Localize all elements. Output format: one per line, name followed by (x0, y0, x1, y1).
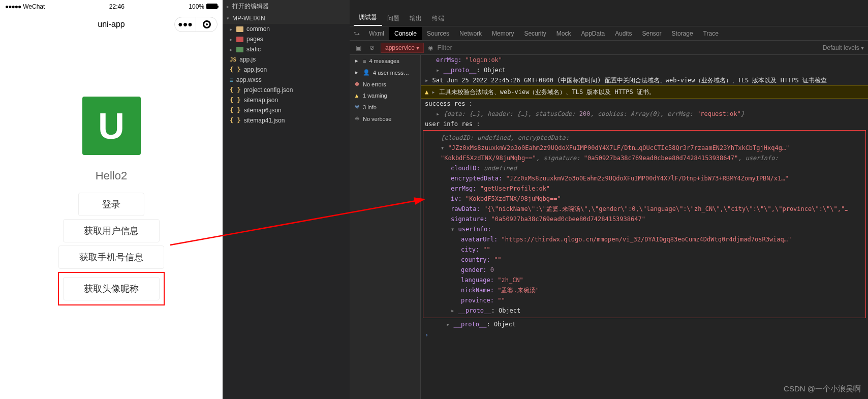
tab-security[interactable]: Security (519, 27, 551, 40)
project-section[interactable]: ▾MP-WEIXIN (223, 13, 350, 24)
msg-row-warnings[interactable]: ▲1 warning (350, 90, 420, 101)
msg-row-errors[interactable]: ⊗No errors (350, 78, 420, 90)
json-icon: { } (230, 107, 241, 114)
folder-static[interactable]: static (228, 44, 350, 54)
json-icon: { } (230, 97, 241, 104)
msg-row-all[interactable]: ▸≡4 messages (350, 55, 420, 67)
sidebar-toggle-icon[interactable]: ▣ (354, 43, 363, 52)
devtools-top-tabs: 调试器 问题 输出 终端 (350, 11, 868, 26)
msg-row-user[interactable]: ▸👤4 user mess… (350, 67, 420, 78)
tab-storage[interactable]: Storage (667, 27, 698, 40)
battery-icon (206, 4, 218, 9)
console-warning: ▲工具未校验合法域名、web-view（业务域名）、TLS 版本以及 HTTPS… (421, 85, 868, 99)
tab-trace[interactable]: Trace (698, 27, 724, 40)
msg-row-info[interactable]: ❋3 info (350, 101, 420, 113)
msg-row-verbose[interactable]: ❋No verbose (350, 113, 420, 125)
tab-audits[interactable]: Audits (610, 27, 637, 40)
get-avatar-nickname-button[interactable]: 获取头像昵称 (63, 277, 160, 300)
opened-editors-label: 打开的编辑器 (232, 2, 269, 11)
battery-percent: 100% (189, 3, 204, 10)
tab-mock[interactable]: Mock (551, 27, 576, 40)
watermark: CSDN @一个小浪吴啊 (784, 384, 861, 394)
live-expression-icon[interactable]: ◉ (428, 44, 433, 51)
tab-network[interactable]: Network (454, 27, 487, 40)
tab-sources[interactable]: Sources (422, 27, 454, 40)
tab-sensor[interactable]: Sensor (637, 27, 667, 40)
console-output[interactable]: errMsg: "login:ok" __proto__: Object Sat… (421, 55, 868, 399)
file-sitemap41[interactable]: { }sitemap41.json (228, 115, 350, 126)
hello-text: Hello2 (96, 169, 127, 182)
app-logo: U (82, 97, 141, 155)
folder-icon (236, 26, 243, 32)
tab-output[interactable]: 输出 (405, 11, 427, 26)
tab-problems[interactable]: 问题 (382, 11, 405, 26)
file-explorer: ▸打开的编辑器 ▾MP-WEIXIN common pages static J… (223, 0, 350, 399)
tab-terminal[interactable]: 终端 (427, 11, 449, 26)
page-title: uni-app (98, 20, 125, 29)
json-icon: { } (230, 66, 241, 73)
tab-memory[interactable]: Memory (487, 27, 519, 40)
file-project-config[interactable]: { }project.config.json (228, 85, 350, 95)
wxss-icon: ≡ (230, 77, 233, 83)
status-bar: ●●●●● WeChat 22:46 100% (0, 0, 223, 13)
file-app-js[interactable]: JSapp.js (228, 54, 350, 65)
json-icon: { } (230, 86, 241, 94)
js-icon: JS (230, 56, 236, 63)
highlight-box: 获取头像昵称 (58, 272, 165, 305)
get-user-info-button[interactable]: 获取用户信息 (63, 219, 160, 242)
console-timestamp: Sat Jun 25 2022 22:45:26 GMT+0800 (中国标准时… (432, 77, 827, 84)
nav-bar: uni-app ●●● (0, 13, 223, 36)
json-icon: { } (230, 117, 241, 124)
file-sitemap6[interactable]: { }sitemap6.json (228, 105, 350, 115)
capsule-menu-icon[interactable]: ●●● (175, 17, 196, 32)
tab-wxml[interactable]: Wxml (364, 27, 389, 40)
inspect-icon[interactable]: ⮑ (350, 30, 364, 37)
folder-icon (236, 47, 243, 52)
devtools-panel-tabs: ⮑ Wxml Console Sources Network Memory Se… (350, 26, 868, 41)
tab-appdata[interactable]: AppData (576, 27, 610, 40)
console-prompt[interactable]: › (421, 329, 868, 341)
folder-common[interactable]: common (228, 24, 350, 34)
file-app-json[interactable]: { }app.json (228, 65, 350, 75)
status-time: 22:46 (45, 3, 189, 10)
capsule-close-icon[interactable] (196, 20, 217, 28)
folder-icon (236, 37, 243, 42)
carrier-label: WeChat (23, 3, 45, 10)
project-label: MP-WEIXIN (232, 15, 265, 22)
get-phone-number-button[interactable]: 获取手机号信息 (58, 245, 164, 269)
filter-input[interactable] (437, 44, 818, 51)
console-highlight-box: {cloudID: undefined, encryptedData: "JZz… (423, 130, 866, 318)
message-sidebar: ▸≡4 messages ▸👤4 user mess… ⊗No errors ▲… (350, 55, 421, 399)
folder-pages[interactable]: pages (228, 34, 350, 44)
phone-simulator: ●●●●● WeChat 22:46 100% uni-app ●●● U He… (0, 0, 223, 399)
console-toolbar: ▣ ⊘ appservice ▾ ◉ Default levels ▾ (350, 41, 868, 55)
file-sitemap[interactable]: { }sitemap.json (228, 95, 350, 105)
context-dropdown[interactable]: appservice ▾ (381, 43, 424, 53)
capsule: ●●● (174, 17, 218, 32)
signal-icon: ●●●●● (5, 3, 21, 10)
opened-editors-section[interactable]: ▸打开的编辑器 (223, 0, 350, 13)
tab-console[interactable]: Console (389, 27, 422, 40)
file-app-wxss[interactable]: ≡app.wxss (228, 75, 350, 85)
phone-content: U Hello2 登录 获取用户信息 获取手机号信息 获取头像昵称 (0, 36, 223, 399)
tab-debugger[interactable]: 调试器 (354, 10, 382, 26)
clear-console-icon[interactable]: ⊘ (367, 43, 377, 52)
levels-dropdown[interactable]: Default levels ▾ (823, 44, 864, 51)
login-button[interactable]: 登录 (78, 193, 144, 216)
warning-icon: ▲ (425, 87, 428, 97)
devtools: 调试器 问题 输出 终端 ⮑ Wxml Console Sources Netw… (350, 0, 868, 399)
